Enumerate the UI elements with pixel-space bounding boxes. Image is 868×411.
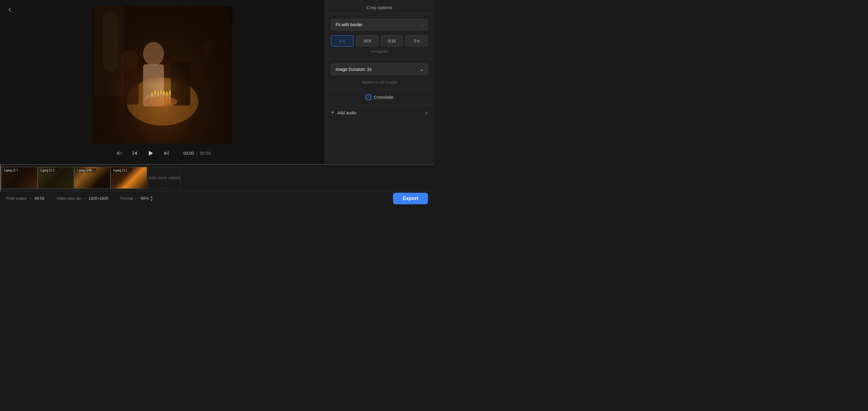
image-duration-label: Image Duration: 2s (336, 67, 371, 72)
timeline-clips: 3.jpeg (2.7 ... 2.jpeg (2.2 ... 1.jpeg (… (1, 167, 181, 189)
add-audio-label: Add audio (337, 110, 356, 115)
final-output-sep: — (29, 196, 32, 201)
crossfade-row: ✓ Crossfade (331, 94, 428, 100)
instagram-label: Instagram (331, 49, 428, 54)
format-select[interactable]: MP4 ▲ ▼ (141, 195, 153, 202)
play-button[interactable] (146, 148, 155, 158)
final-output-value: 59:59 (34, 196, 44, 201)
svg-rect-28 (103, 12, 118, 72)
svg-point-15 (160, 90, 162, 94)
clip-3[interactable]: 1.jpeg (240.... (74, 167, 111, 189)
chevron-down-icon: ⌄ (420, 23, 423, 27)
divider-1 (325, 58, 434, 59)
video-size-sep: — (83, 196, 87, 201)
svg-rect-24 (163, 94, 164, 100)
svg-rect-32 (168, 151, 168, 155)
svg-rect-26 (169, 94, 170, 100)
crossfade-label: Crossfade (374, 95, 394, 100)
format-item: Format — MP4 ▲ ▼ (121, 195, 153, 202)
ratio-buttons-group: 1:1 16:9 9:16 5:4 (331, 35, 428, 47)
ratio-1-1-button[interactable]: 1:1 (331, 35, 353, 47)
add-audio-row[interactable]: + Add audio ∧ (325, 105, 434, 120)
video-preview (93, 6, 232, 144)
svg-rect-25 (166, 95, 167, 101)
crossfade-checkbox[interactable]: ✓ (366, 94, 371, 100)
svg-point-7 (170, 41, 190, 64)
playback-controls: 00:00 / 59:59 (114, 148, 211, 158)
ratio-9-16-button[interactable]: 9:16 (381, 35, 403, 47)
clip-2-label: 2.jpeg (2.2 ... (39, 169, 59, 172)
time-current: 00:00 (183, 151, 194, 156)
add-audio-left: + Add audio (331, 110, 356, 116)
svg-rect-31 (133, 151, 134, 155)
preview-panel: 00:00 / 59:59 (0, 0, 325, 164)
format-value: MP4 (141, 196, 149, 201)
skip-forward-button[interactable] (162, 148, 171, 158)
clip-4[interactable]: 4.jpeg (3.1 ... (111, 167, 147, 189)
svg-rect-20 (151, 96, 152, 102)
plus-icon: + (331, 110, 334, 116)
export-button[interactable]: Export (393, 193, 428, 204)
back-button[interactable] (5, 5, 14, 14)
image-duration-dropdown[interactable]: Image Duration: 2s ⌄ (331, 63, 428, 75)
clip-4-label: 4.jpeg (3.1 ... (112, 169, 131, 172)
clip-3-label: 1.jpeg (240.... (75, 169, 96, 172)
add-more-videos-label: Add more videos (149, 175, 180, 180)
bottom-info: Final output — 59:59 Video size, px — 19… (6, 195, 388, 202)
crop-options-title: Crop options (367, 5, 393, 10)
playhead (0, 165, 1, 191)
applies-to-all-label: Applies to all images (331, 80, 428, 85)
crop-options-header: Crop options (325, 0, 434, 14)
divider-2 (325, 89, 434, 90)
format-label: Format (121, 196, 133, 201)
fit-border-dropdown[interactable]: Fit with border ⌄ (331, 19, 428, 30)
svg-point-5 (143, 42, 164, 66)
collapse-icon: ∧ (425, 110, 428, 115)
ratio-16-9-button[interactable]: 16:9 (356, 35, 378, 47)
duration-chevron-icon: ⌄ (420, 67, 423, 72)
time-separator: / (196, 151, 199, 156)
video-size-label: Video size, px (56, 196, 81, 201)
video-size-value: 1920×1920 (88, 196, 108, 201)
time-total: 59:59 (200, 151, 211, 156)
right-panel: Crop options Fit with border ⌄ 1:1 16:9 … (325, 0, 434, 164)
skip-back-button[interactable] (130, 148, 140, 158)
format-sep: — (135, 196, 139, 201)
clip-2[interactable]: 2.jpeg (2.2 ... (38, 167, 74, 189)
time-display: 00:00 / 59:59 (183, 151, 211, 156)
svg-point-11 (210, 47, 222, 61)
ratio-5-4-button[interactable]: 5:4 (405, 35, 428, 47)
video-size-item: Video size, px — 1920×1920 (56, 196, 108, 201)
clip-1[interactable]: 3.jpeg (2.7 ... (1, 167, 38, 189)
bottom-bar: Final output — 59:59 Video size, px — 19… (0, 191, 434, 206)
checkmark-icon: ✓ (367, 95, 370, 99)
svg-rect-21 (154, 94, 155, 100)
timeline: 3.jpeg (2.7 ... 2.jpeg (2.2 ... 1.jpeg (… (0, 164, 434, 191)
mute-button[interactable] (114, 148, 124, 158)
format-arrows-icon: ▲ ▼ (150, 195, 153, 202)
svg-rect-23 (160, 94, 161, 100)
svg-rect-22 (157, 95, 158, 101)
final-output-label: Final output (6, 196, 27, 201)
final-output-item: Final output — 59:59 (6, 196, 44, 201)
svg-point-12 (151, 92, 153, 97)
fit-border-label: Fit with border (336, 22, 363, 27)
add-more-videos-button[interactable]: Add more videos (148, 167, 181, 189)
clip-1-label: 3.jpeg (2.7 ... (3, 169, 22, 172)
